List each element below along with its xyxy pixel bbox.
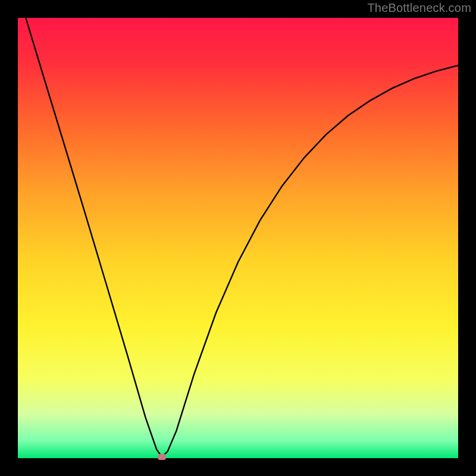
chart-frame: TheBottleneck.com [0, 0, 476, 476]
attribution-watermark: TheBottleneck.com [367, 1, 471, 15]
plot-area [18, 18, 458, 458]
minimum-marker [158, 454, 166, 460]
gradient-background [18, 18, 458, 458]
plot-svg [18, 18, 458, 458]
